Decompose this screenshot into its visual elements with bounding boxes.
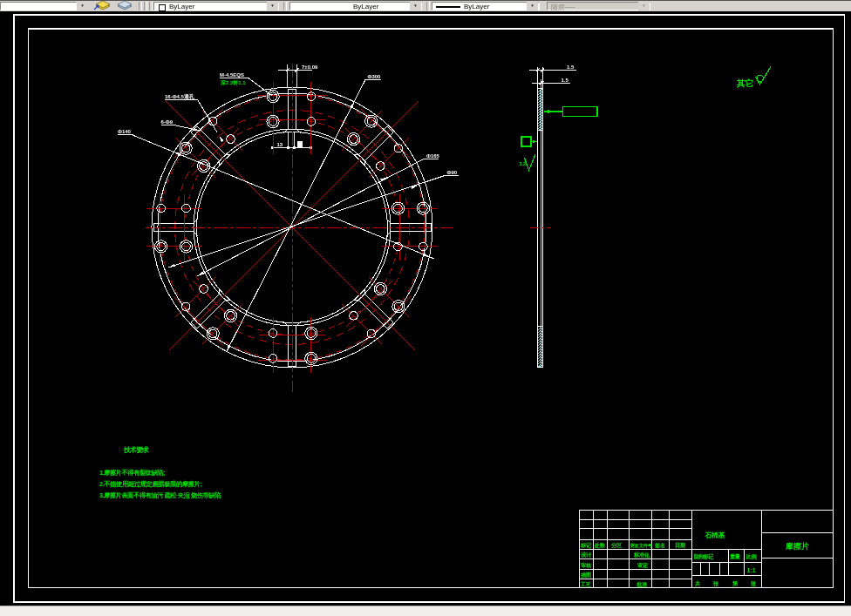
svg-text:比例: 比例 (746, 553, 757, 560)
svg-text:其它: 其它 (736, 78, 753, 88)
svg-text:更改文件号: 更改文件号 (630, 543, 653, 549)
svg-text:16-Φ4.5通孔: 16-Φ4.5通孔 (165, 93, 194, 100)
svg-text:深7.2锊1.1: 深7.2锊1.1 (220, 79, 246, 86)
svg-text:描图: 描图 (580, 572, 591, 579)
svg-text:摩擦片: 摩擦片 (785, 541, 809, 551)
svg-text:工艺: 工艺 (580, 581, 591, 587)
svg-text:M-4.5EQS: M-4.5EQS (220, 72, 244, 78)
svg-text:阶段标记: 阶段标记 (694, 553, 714, 560)
svg-text:Φ165: Φ165 (426, 153, 440, 159)
svg-text:Φ90: Φ90 (447, 170, 458, 175)
svg-text:日期: 日期 (675, 542, 685, 549)
svg-text:1.5: 1.5 (562, 78, 569, 83)
svg-text:第: 第 (732, 580, 739, 586)
svg-text:Φ300: Φ300 (368, 74, 382, 79)
svg-text:石棉基: 石棉基 (705, 531, 725, 539)
svg-text:张: 张 (712, 580, 719, 587)
svg-text:1:1: 1:1 (747, 567, 756, 573)
svg-text:签名: 签名 (654, 542, 665, 549)
svg-text:技术要求: 技术要求 (123, 446, 149, 454)
svg-text:张: 张 (750, 580, 757, 587)
svg-text:Φ140: Φ140 (118, 129, 132, 134)
svg-text:设计: 设计 (580, 552, 592, 558)
svg-text:标准化: 标准化 (633, 552, 650, 558)
svg-text:7±0.09: 7±0.09 (302, 64, 318, 70)
svg-text:1.5: 1.5 (567, 64, 575, 70)
svg-text:重量: 重量 (730, 553, 740, 559)
svg-text:13: 13 (277, 142, 283, 147)
svg-text:1.摩擦片不得有裂纹缺陷;: 1.摩擦片不得有裂纹缺陷; (99, 469, 165, 477)
svg-text:审核: 审核 (581, 562, 592, 569)
svg-text:处数: 处数 (594, 542, 606, 549)
svg-text:标记: 标记 (580, 542, 592, 549)
svg-text:3.摩擦片表面不得有油污 疏松 夹渲 烧伤等缺陷: 3.摩擦片表面不得有油污 疏松 夹渲 烧伤等缺陷 (99, 491, 221, 499)
svg-text:审定: 审定 (637, 562, 649, 569)
svg-text:2.不能使用超过规定磨损极限的摩擦片;: 2.不能使用超过规定磨损极限的摩擦片; (99, 480, 202, 488)
svg-text:分区: 分区 (610, 542, 623, 549)
svg-text:6-Φ9: 6-Φ9 (161, 119, 174, 125)
svg-text:共: 共 (695, 580, 700, 587)
svg-text:3.2: 3.2 (520, 161, 527, 166)
svg-text:批准: 批准 (636, 581, 648, 588)
